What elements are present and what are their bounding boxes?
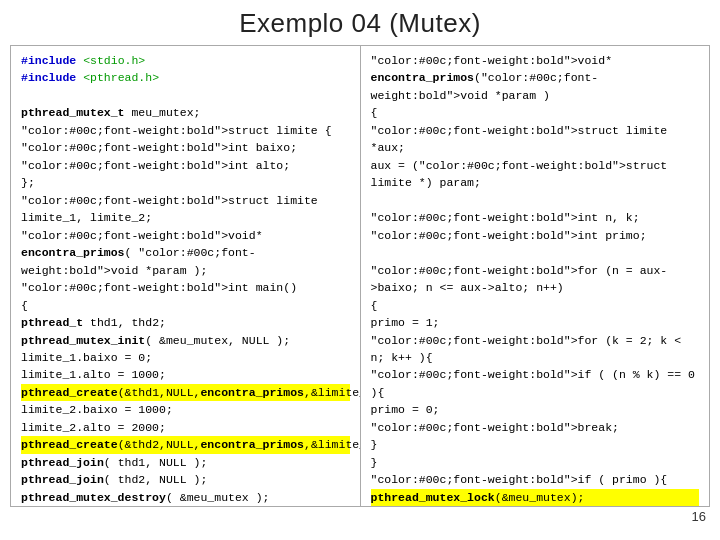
code-line: "color:#00c;font-weight:bold">break; [371, 419, 700, 436]
code-line: pthread_mutex_init( &meu_mutex, NULL ); [21, 332, 350, 349]
code-line: #include <pthread.h> [21, 69, 350, 86]
code-line: primo = 1; [371, 314, 700, 331]
right-code-column: "color:#00c;font-weight:bold">void* enco… [361, 46, 710, 506]
code-line: limite_1.baixo = 0; [21, 349, 350, 366]
code-line: pthread_mutex_lock(&meu_mutex); [371, 489, 700, 506]
code-line: }; [21, 174, 350, 191]
code-line: pthread_create(&thd1,NULL,encontra_primo… [21, 384, 350, 401]
code-line: "color:#00c;font-weight:bold">int n, k; [371, 209, 700, 226]
code-line: limite_2.baixo = 1000; [21, 401, 350, 418]
code-line: "color:#00c;font-weight:bold">int baixo; [21, 139, 350, 156]
code-line: "color:#00c;font-weight:bold">int primo; [371, 227, 700, 244]
code-line: "color:#00c;font-weight:bold">if ( (n % … [371, 366, 700, 401]
code-line: limite_1.alto = 1000; [21, 366, 350, 383]
code-line: #include <stdio.h> [21, 52, 350, 69]
code-line [21, 87, 350, 104]
code-line: "color:#00c;font-weight:bold">int alto; [21, 157, 350, 174]
code-line: pthread_join( thd2, NULL ); [21, 471, 350, 488]
code-line: pthread_mutex_destroy( &meu_mutex ); [21, 489, 350, 506]
code-line: } [371, 436, 700, 453]
code-area: #include <stdio.h>#include <pthread.h> p… [10, 45, 710, 507]
code-line [371, 244, 700, 261]
code-line: "color:#00c;font-weight:bold">struct lim… [371, 122, 700, 157]
code-line: { [371, 104, 700, 121]
code-line: pthread_join( thd1, NULL ); [21, 454, 350, 471]
code-line: } [371, 454, 700, 471]
code-line: "color:#00c;font-weight:bold">struct lim… [21, 122, 350, 139]
code-line: pthread_mutex_t meu_mutex; [21, 104, 350, 121]
code-line: "color:#00c;font-weight:bold">for (n = a… [371, 262, 700, 297]
page-title: Exemplo 04 (Mutex) [0, 0, 720, 45]
code-line: "color:#00c;font-weight:bold">void* enco… [21, 227, 350, 279]
code-line: pthread_t thd1, thd2; [21, 314, 350, 331]
left-code-column: #include <stdio.h>#include <pthread.h> p… [11, 46, 361, 506]
code-line: { [21, 297, 350, 314]
code-line: aux = ("color:#00c;font-weight:bold">str… [371, 157, 700, 192]
code-line: limite_2.alto = 2000; [21, 419, 350, 436]
code-line: "color:#00c;font-weight:bold">for (k = 2… [371, 332, 700, 367]
code-line: "color:#00c;font-weight:bold">int main() [21, 279, 350, 296]
code-line: "color:#00c;font-weight:bold">struct lim… [21, 192, 350, 227]
code-line: "color:#00c;font-weight:bold">void* enco… [371, 52, 700, 104]
code-line: "color:#00c;font-weight:bold">if ( primo… [371, 471, 700, 488]
code-line: { [371, 297, 700, 314]
page-number: 16 [0, 507, 720, 524]
code-line [371, 192, 700, 209]
code-line: primo = 0; [371, 401, 700, 418]
code-line: pthread_create(&thd2,NULL,encontra_primo… [21, 436, 350, 453]
